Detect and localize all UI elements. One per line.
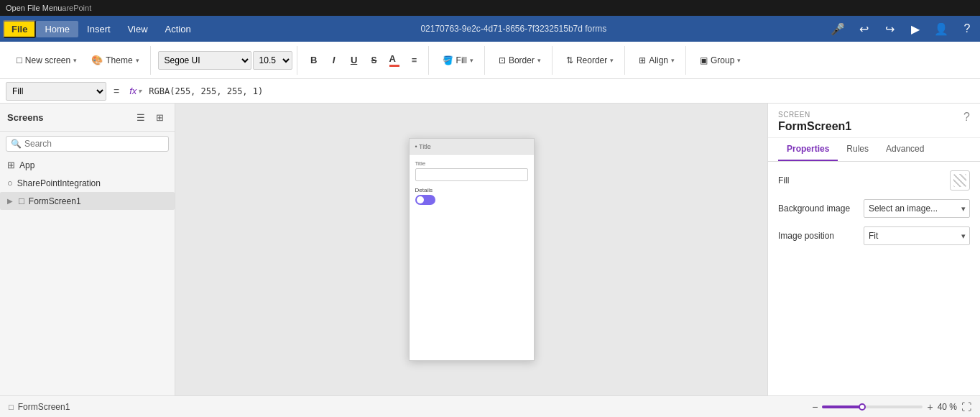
sidebar-item-formscreen1[interactable]: ▶ □ FormScreen1 — [0, 192, 175, 210]
theme-button[interactable]: 🎨 Theme ▾ — [85, 51, 145, 69]
equals-sign: = — [111, 86, 122, 97]
panel-help-icon[interactable]: ? — [963, 111, 970, 124]
list-view-icon[interactable]: ☰ — [133, 109, 149, 125]
view-menu-item[interactable]: View — [119, 21, 157, 37]
phone-title-bar: • Title — [410, 139, 534, 155]
insert-menu-item[interactable]: Insert — [78, 21, 119, 37]
title-bar: Open File Menu arePoint — [0, 0, 980, 16]
background-image-row: Background image Select an image... — [778, 199, 970, 218]
fill-row: Fill — [778, 170, 970, 191]
help-icon[interactable]: ? — [957, 19, 977, 39]
underline-button[interactable]: U — [345, 51, 364, 70]
font-group: Segoe UI 10.5 — [154, 46, 297, 75]
phone-field-input — [415, 168, 528, 181]
main-layout: Screens ☰ ⊞ 🔍 ⊞ App ○ SharePointIntegrat… — [0, 104, 980, 395]
status-bar: □ FormScreen1 − + 40 % ⛶ — [0, 395, 980, 417]
app-id-display: 02170763-9e2c-4d71-8656-7f3232515b7d for… — [200, 24, 828, 34]
panel-content: Fill Background image Select an image...… — [768, 162, 980, 395]
play-icon[interactable]: ▶ — [905, 19, 925, 39]
sidebar-item-sharepoint[interactable]: ○ SharePointIntegration — [0, 174, 175, 192]
group-group: ▣ Group ▾ — [689, 46, 752, 75]
border-icon: ⊡ — [499, 55, 506, 65]
align-button[interactable]: ≡ — [405, 51, 424, 70]
reorder-icon: ⇅ — [566, 55, 573, 65]
fill-swatch-button[interactable] — [950, 170, 970, 191]
background-image-select[interactable]: Select an image... — [864, 199, 970, 218]
zoom-plus-button[interactable]: + — [927, 401, 933, 413]
right-panel-header: SCREEN FormScreen1 ? — [768, 104, 980, 138]
sidebar-view-icons: ☰ ⊞ — [133, 109, 167, 125]
screen-group: □ New screen ▾ 🎨 Theme ▾ — [6, 46, 151, 75]
phone-details-label: Details — [415, 187, 528, 193]
sidebar-item-app[interactable]: ⊞ App — [0, 156, 175, 174]
sidebar-item-formscreen1-label: FormScreen1 — [29, 196, 81, 206]
sidebar-header: Screens ☰ ⊞ — [0, 104, 175, 132]
phone-screen-title: • Title — [415, 143, 431, 150]
phone-frame: • Title Title Details — [409, 138, 535, 361]
fill-icon: 🪣 — [443, 55, 453, 65]
fx-button[interactable]: fx ▾ — [126, 86, 144, 96]
search-input[interactable] — [24, 139, 164, 149]
grid-view-icon[interactable]: ⊞ — [152, 109, 167, 125]
sidebar-title: Screens — [7, 112, 44, 123]
fill-swatch-inner — [953, 174, 966, 187]
fill-button[interactable]: 🪣 Fill ▾ — [436, 52, 480, 69]
right-panel-header-row: SCREEN FormScreen1 ? — [778, 111, 970, 133]
new-screen-icon: □ — [17, 55, 22, 65]
sidebar-item-sharepoint-label: SharePointIntegration — [17, 178, 101, 188]
undo-icon[interactable]: ↩ — [854, 19, 874, 39]
home-menu-item[interactable]: Home — [36, 21, 78, 37]
tab-advanced[interactable]: Advanced — [877, 138, 933, 161]
redo-icon[interactable]: ↪ — [879, 19, 900, 39]
tab-rules[interactable]: Rules — [838, 138, 877, 161]
panel-tabs: Properties Rules Advanced — [768, 138, 980, 162]
fullscreen-button[interactable]: ⛶ — [961, 401, 971, 413]
bold-button[interactable]: B — [305, 51, 323, 70]
phone-toggle[interactable] — [415, 195, 435, 205]
align-menu-button[interactable]: ⊞ Align ▾ — [632, 52, 681, 69]
border-chevron: ▾ — [537, 57, 541, 64]
group-button[interactable]: ▣ Group ▾ — [693, 52, 747, 69]
border-button[interactable]: ⊡ Border ▾ — [492, 52, 547, 69]
ribbon: □ New screen ▾ 🎨 Theme ▾ Segoe UI 10.5 B… — [0, 42, 980, 79]
format-group: B I U S A ≡ — [300, 46, 429, 75]
italic-button[interactable]: I — [325, 51, 343, 70]
screen-info: SCREEN FormScreen1 — [778, 111, 851, 133]
phone-field-label: Title — [415, 160, 528, 167]
canvas-area: • Title Title Details — [175, 104, 767, 395]
file-menu-button[interactable]: File — [3, 20, 36, 38]
property-select[interactable]: Fill — [6, 82, 106, 101]
status-left: □ FormScreen1 — [9, 402, 70, 412]
new-screen-button[interactable]: □ New screen ▾ — [10, 51, 83, 69]
app-icon: ⊞ — [7, 160, 15, 170]
screen-section-label: SCREEN — [778, 111, 851, 119]
person-icon[interactable]: 👤 — [931, 19, 951, 39]
background-image-label: Background image — [778, 203, 850, 214]
microphone-icon[interactable]: 🎤 — [828, 19, 848, 39]
image-position-select-wrapper: Fit Fill Stretch Tile Center — [864, 226, 970, 245]
align-menu-icon: ⊞ — [639, 55, 646, 65]
sidebar: Screens ☰ ⊞ 🔍 ⊞ App ○ SharePointIntegrat… — [0, 104, 175, 395]
formula-input[interactable] — [149, 82, 974, 101]
align-group: ⊞ Align ▾ — [628, 46, 686, 75]
search-box: 🔍 — [6, 136, 169, 152]
open-file-menu-text[interactable]: Open File Menu — [6, 4, 62, 12]
fill-label: Fill — [778, 175, 789, 185]
tab-properties[interactable]: Properties — [778, 138, 838, 161]
font-family-select[interactable]: Segoe UI — [158, 51, 251, 70]
theme-chevron: ▾ — [136, 57, 139, 64]
image-position-select[interactable]: Fit Fill Stretch Tile Center — [864, 226, 970, 245]
zoom-minus-button[interactable]: − — [812, 401, 818, 413]
font-size-select[interactable]: 10.5 — [253, 51, 292, 70]
strikethrough-button[interactable]: S — [365, 51, 384, 70]
group-icon: ▣ — [700, 55, 708, 65]
menu-bar: File Home Insert View Action 02170763-9e… — [0, 16, 980, 42]
formscreen-icon: □ — [19, 196, 24, 206]
reorder-button[interactable]: ⇅ Reorder ▾ — [560, 52, 620, 69]
fill-chevron: ▾ — [470, 57, 473, 64]
font-color-button[interactable]: A — [385, 51, 404, 70]
phone-form-field: Title — [415, 160, 528, 181]
group-chevron: ▾ — [737, 57, 741, 64]
action-menu-item[interactable]: Action — [157, 21, 200, 37]
zoom-slider[interactable] — [822, 405, 923, 408]
